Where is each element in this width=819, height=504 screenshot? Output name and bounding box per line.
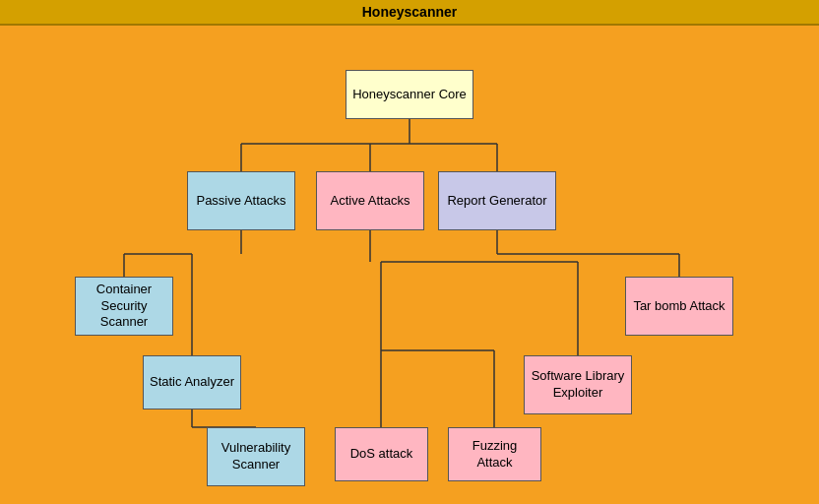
node-passive: Passive Attacks: [187, 171, 295, 230]
node-vuln: Vulnerability Scanner: [207, 427, 305, 486]
node-container: Container Security Scanner: [75, 277, 173, 336]
app-title: Honeyscanner: [362, 4, 457, 20]
node-report: Report Generator: [438, 171, 556, 230]
node-tar: Tar bomb Attack: [625, 277, 733, 336]
diagram-area: Honeyscanner Core Passive Attacks Active…: [0, 26, 819, 504]
node-dos: DoS attack: [335, 427, 428, 481]
node-fuzzing: Fuzzing Attack: [448, 427, 541, 481]
node-software: Software Library Exploiter: [524, 355, 632, 414]
title-bar: Honeyscanner: [0, 0, 819, 26]
node-root: Honeyscanner Core: [346, 70, 473, 119]
node-active: Active Attacks: [316, 171, 424, 230]
node-static: Static Analyzer: [143, 355, 241, 410]
